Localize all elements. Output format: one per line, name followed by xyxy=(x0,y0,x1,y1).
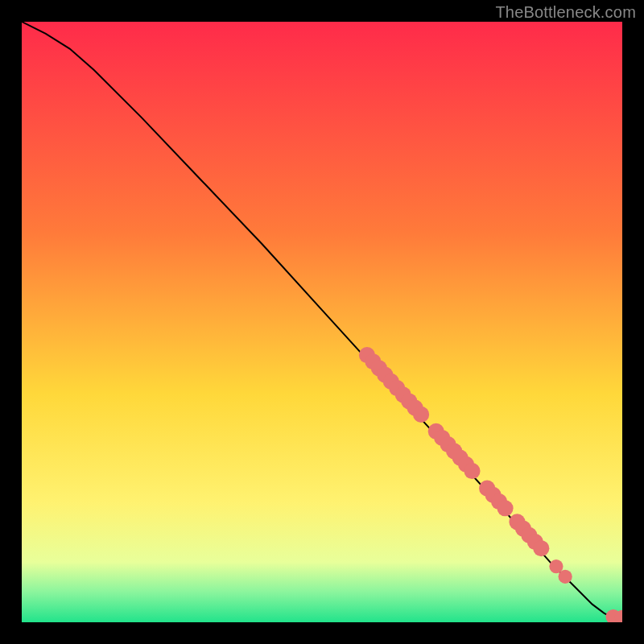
data-marker xyxy=(497,500,513,516)
data-marker xyxy=(533,540,549,556)
attribution-text: TheBottleneck.com xyxy=(495,3,636,22)
data-marker xyxy=(464,463,480,479)
data-marker xyxy=(559,570,572,584)
data-marker xyxy=(413,407,429,423)
chart-stage: TheBottleneck.com xyxy=(0,0,644,644)
plot-svg xyxy=(22,22,622,622)
plot-area xyxy=(22,22,622,622)
